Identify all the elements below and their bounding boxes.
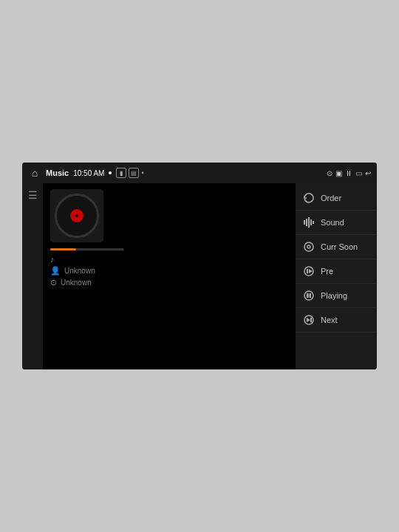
camera-icon: ▣ (335, 169, 342, 177)
svg-rect-3 (310, 219, 312, 225)
menu-item-pre[interactable]: Pre (296, 259, 377, 284)
right-panel: Order Sound (296, 183, 377, 369)
list-icon[interactable]: ☰ (28, 189, 38, 201)
svg-rect-11 (307, 293, 309, 298)
back-icon: ↩ (365, 169, 371, 177)
next-label: Next (321, 316, 338, 324)
center-player: ♪ 👤 Unknown ⊙ Unknown (43, 183, 296, 369)
disc-icon: ⊙ (50, 278, 57, 287)
svg-rect-15 (310, 318, 312, 322)
order-label: Order (321, 194, 341, 202)
svg-point-6 (307, 245, 310, 248)
pause-icon: ⏸ (345, 169, 352, 177)
track-info: ♪ 👤 Unknown ⊙ Unknown (50, 255, 288, 287)
home-icon[interactable]: ⌂ (28, 166, 41, 180)
menu-item-playing[interactable]: Playing (296, 284, 377, 308)
signal-icon: ▤ (129, 168, 139, 178)
menu-item-curr-soon[interactable]: Curr Soon (296, 235, 377, 259)
status-time: 10:50 AM (73, 169, 104, 177)
status-bar: ⌂ Music 10:50 AM ▮ ▤ • ⊙ ▣ ⏸ ▭ ↩ (22, 163, 377, 183)
svg-rect-8 (307, 269, 308, 273)
sound-icon (301, 215, 316, 230)
playing-label: Playing (321, 291, 347, 300)
status-icons-group: ▮ ▤ • (116, 168, 143, 178)
svg-marker-14 (307, 318, 310, 322)
album-row: ⊙ Unknown (50, 278, 288, 287)
progress-bar-track[interactable] (50, 248, 124, 250)
vinyl-center-red (70, 209, 83, 222)
music-note-icon: ♪ (50, 255, 55, 264)
status-right-icons: ⊙ ▣ ⏸ ▭ ↩ (327, 169, 371, 177)
app-title: Music (46, 168, 69, 177)
menu-item-order[interactable]: Order (296, 186, 377, 211)
album-name: Unknown (61, 279, 92, 287)
pre-label: Pre (321, 267, 333, 276)
svg-marker-9 (309, 269, 313, 273)
device-frame: ⌂ Music 10:50 AM ▮ ▤ • ⊙ ▣ ⏸ ▭ ↩ ☰ (22, 163, 377, 369)
status-separator (109, 171, 112, 174)
menu-item-sound[interactable]: Sound (296, 211, 377, 235)
artist-name: Unknown (64, 267, 95, 275)
battery-icon: ▮ (116, 168, 126, 178)
next-icon (301, 313, 316, 327)
svg-point-5 (304, 242, 313, 251)
svg-point-10 (304, 291, 313, 300)
album-art (50, 189, 103, 242)
artist-row: 👤 Unknown (50, 266, 288, 276)
menu-item-next[interactable]: Next (296, 308, 377, 332)
track-name-row: ♪ (50, 255, 288, 264)
svg-rect-0 (304, 220, 305, 225)
curr-soon-label: Curr Soon (321, 242, 358, 251)
order-icon (301, 191, 316, 205)
vinyl-hole (75, 214, 78, 217)
window-icon: ▭ (355, 169, 362, 177)
svg-rect-2 (308, 217, 310, 228)
curr-soon-icon (301, 239, 316, 254)
left-sidebar: ☰ (22, 183, 43, 369)
svg-rect-12 (310, 293, 312, 298)
sound-label: Sound (321, 218, 344, 227)
dot-icon: • (141, 169, 143, 177)
svg-rect-1 (306, 219, 307, 226)
location-icon: ⊙ (327, 169, 332, 177)
progress-container (50, 248, 288, 250)
person-icon: 👤 (50, 266, 61, 276)
playing-icon (301, 288, 316, 303)
svg-rect-4 (313, 221, 314, 224)
main-content: ☰ ♪ (22, 183, 377, 369)
progress-bar-fill (50, 248, 76, 250)
pre-icon (301, 264, 316, 279)
vinyl-record (55, 194, 99, 238)
